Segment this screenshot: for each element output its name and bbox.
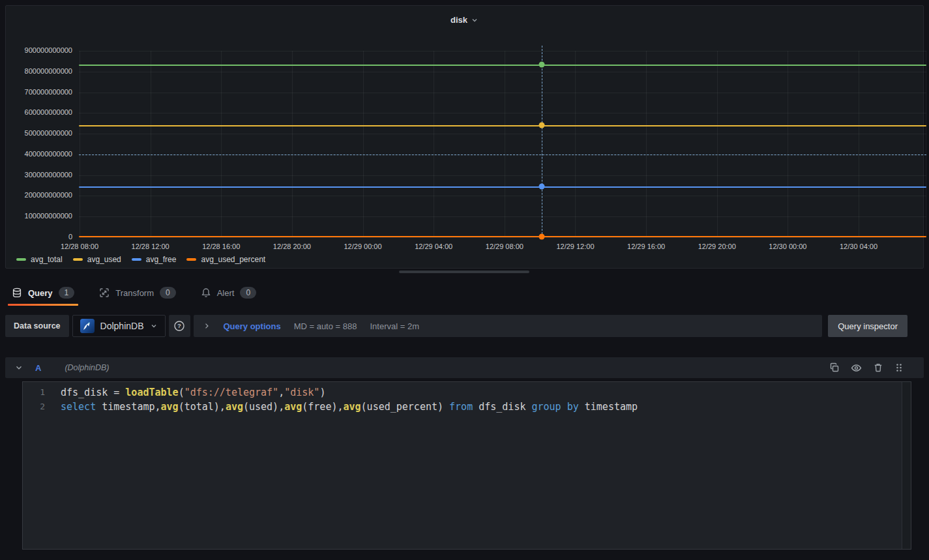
- query-datasource-hint: (DolphinDB): [65, 363, 109, 372]
- y-gridline: [79, 237, 926, 238]
- data-point-avg_used: [539, 123, 545, 128]
- tab-transform-count: 0: [160, 287, 176, 299]
- series-line-avg_free: [79, 186, 926, 188]
- legend-item-avg_used[interactable]: avg_used: [73, 255, 121, 264]
- data-point-avg_used_percent: [539, 234, 545, 240]
- series-line-avg_used_percent: [79, 236, 926, 237]
- y-axis-tick-label: 200000000000: [6, 191, 72, 199]
- y-gridline: [79, 72, 926, 72]
- x-axis-tick-label: 12/28 08:00: [50, 243, 110, 250]
- code-text: dfs_disk = loadTable("dfs://telegraf","d…: [49, 385, 325, 400]
- x-gridline: [221, 51, 222, 237]
- data-point-avg_free: [539, 184, 545, 190]
- x-axis-tick-label: 12/29 00:00: [333, 243, 393, 250]
- y-axis-tick-label: 700000000000: [6, 88, 72, 96]
- y-gridline: [79, 113, 926, 113]
- copy-icon: [829, 362, 840, 373]
- x-gridline: [363, 51, 364, 237]
- line-number: 2: [23, 400, 49, 414]
- chart-legend: avg_totalavg_usedavg_freeavg_used_percen…: [16, 255, 265, 264]
- x-gridline: [646, 51, 647, 237]
- datasource-label: Data source: [5, 315, 69, 337]
- y-gridline: [79, 216, 926, 217]
- delete-query-button[interactable]: [872, 361, 885, 374]
- code-line[interactable]: 1dfs_disk = loadTable("dfs://telegraf","…: [23, 385, 900, 400]
- chevron-right-icon: [203, 322, 211, 330]
- crosshair-vertical: [542, 46, 542, 237]
- x-gridline: [505, 51, 505, 237]
- tab-query-count: 1: [59, 287, 75, 299]
- duplicate-query-button[interactable]: [828, 361, 841, 374]
- x-axis-tick-label: 12/29 04:00: [404, 243, 464, 250]
- query-options-bar[interactable]: Query options MD = auto = 888 Interval =…: [194, 315, 823, 337]
- query-inspector-button[interactable]: Query inspector: [828, 315, 907, 337]
- active-tab-underline: [8, 304, 78, 306]
- series-line-avg_used: [79, 125, 926, 126]
- x-axis-tick-label: 12/29 20:00: [687, 243, 747, 250]
- tab-alert[interactable]: Alert 0: [197, 280, 260, 305]
- question-circle-icon: ?: [173, 320, 185, 332]
- chart-plot-area[interactable]: [79, 51, 926, 237]
- code-text: select timestamp,avg(total),avg(used),av…: [49, 400, 638, 414]
- drag-query-handle[interactable]: [893, 361, 905, 374]
- query-actions: [828, 361, 905, 375]
- x-gridline: [788, 51, 788, 237]
- dolphindb-logo: [80, 319, 95, 333]
- x-axis-tick-label: 12/29 12:00: [545, 243, 605, 250]
- legend-swatch: [186, 258, 196, 261]
- legend-swatch: [132, 258, 141, 261]
- bell-icon: [201, 287, 211, 298]
- legend-item-avg_free[interactable]: avg_free: [132, 255, 177, 264]
- y-axis-tick-label: 100000000000: [6, 212, 72, 220]
- editor-minimap[interactable]: [902, 382, 911, 549]
- database-icon: [12, 287, 22, 298]
- y-axis-tick-label: 600000000000: [6, 108, 72, 116]
- tab-query-label: Query: [28, 288, 53, 298]
- legend-item-avg_total[interactable]: avg_total: [16, 255, 63, 264]
- data-point-avg_total: [539, 61, 545, 67]
- y-gridline: [79, 93, 926, 93]
- query-ref-id[interactable]: A: [35, 363, 41, 373]
- x-axis-tick-label: 12/29 08:00: [475, 243, 535, 250]
- legend-item-avg_used_percent[interactable]: avg_used_percent: [186, 255, 265, 264]
- tab-alert-label: Alert: [217, 288, 235, 298]
- query-row-header[interactable]: A (DolphinDB): [5, 357, 924, 378]
- legend-label: avg_free: [146, 255, 177, 264]
- panel-title-menu[interactable]: disk: [6, 15, 923, 25]
- tab-alert-count: 0: [240, 287, 256, 299]
- y-gridline: [79, 51, 926, 52]
- y-gridline: [79, 196, 926, 196]
- datasource-row: Data source DolphinDB ? Query options MD…: [5, 315, 924, 337]
- toggle-query-visibility-button[interactable]: [849, 361, 863, 375]
- grafana-panel-edit-view: disk 90000000000080000000000070000000000…: [0, 0, 929, 560]
- plot-right-border: [926, 51, 926, 237]
- x-axis-tick-label: 12/29 16:00: [616, 243, 676, 250]
- datasource-picker[interactable]: DolphinDB: [72, 315, 166, 337]
- x-gridline: [292, 51, 293, 237]
- transform-icon: [99, 287, 110, 298]
- y-axis-tick-label: 500000000000: [6, 129, 72, 137]
- query-code-editor[interactable]: 1dfs_disk = loadTable("dfs://telegraf","…: [22, 381, 911, 550]
- legend-label: avg_total: [31, 255, 63, 264]
- datasource-name: DolphinDB: [100, 321, 144, 331]
- legend-label: avg_used_percent: [201, 255, 265, 264]
- panel-title: disk: [450, 15, 467, 25]
- x-gridline: [434, 51, 434, 237]
- x-axis-tick-label: 12/30 00:00: [758, 243, 818, 250]
- datasource-help-button[interactable]: ?: [169, 315, 190, 337]
- svg-text:?: ?: [177, 322, 181, 329]
- y-axis-tick-label: 300000000000: [6, 171, 72, 179]
- tab-transform[interactable]: Transform 0: [95, 280, 179, 305]
- code-line[interactable]: 2select timestamp,avg(total),avg(used),a…: [23, 400, 900, 414]
- drag-dots-icon: [894, 362, 904, 373]
- tab-query[interactable]: Query 1: [8, 280, 78, 305]
- y-axis-tick-label: 900000000000: [6, 46, 72, 54]
- collapse-chevron-icon[interactable]: [14, 363, 23, 372]
- series-line-avg_total: [79, 65, 926, 66]
- editor-tabs: Query 1 Transform 0 Alert 0: [8, 280, 260, 305]
- pane-resize-handle[interactable]: [399, 271, 529, 273]
- trash-icon: [873, 362, 883, 373]
- legend-label: avg_used: [87, 255, 121, 264]
- x-axis-tick-label: 12/28 12:00: [121, 243, 181, 250]
- query-options-link[interactable]: Query options: [224, 321, 281, 331]
